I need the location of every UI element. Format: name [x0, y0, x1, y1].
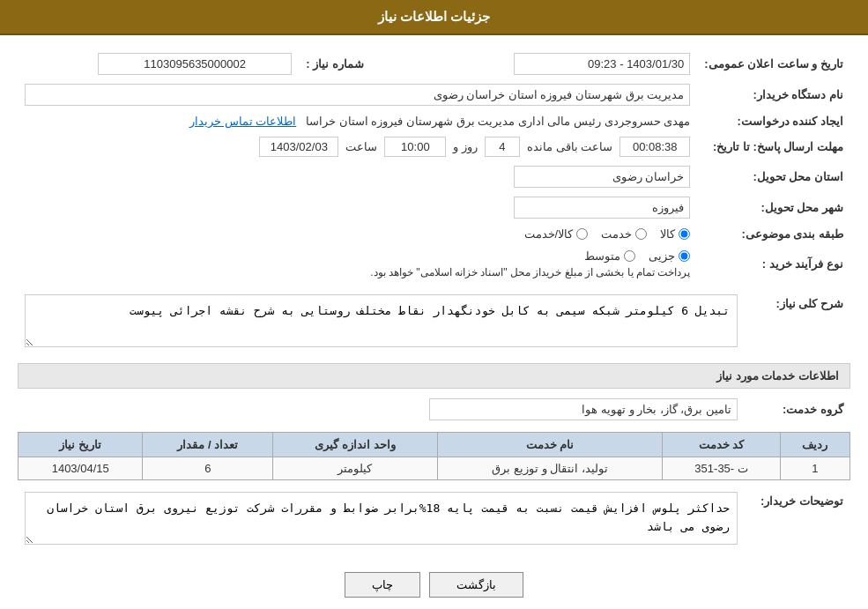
buyer-notes-label: توضیحات خریدار: — [745, 487, 850, 552]
category-kala[interactable]: کالا — [660, 227, 690, 241]
need-number-value: 1103095635000002 — [98, 53, 292, 75]
service-group-label: گروه خدمت: — [745, 394, 850, 425]
process-note: پرداخت تمام یا بخشی از مبلغ خریداز محل "… — [370, 266, 690, 279]
creator-value: مهدی حسروجردی رئیس مالی اداری مدیریت برق… — [306, 115, 690, 128]
category-kala-khidmat[interactable]: کالا/خدمت — [524, 227, 589, 241]
remaining-label: ساعت باقی مانده — [527, 140, 612, 153]
page-header: جزئیات اطلاعات نیاز — [0, 0, 868, 35]
process-option-2: متوسط — [584, 249, 620, 263]
col-header-name: نام خدمت — [437, 433, 663, 457]
print-button[interactable]: چاپ — [345, 572, 420, 598]
category-label: طبقه بندی موضوعی: — [697, 223, 850, 245]
col-header-code: کد خدمت — [663, 433, 780, 457]
category-khidmat[interactable]: خدمت — [601, 227, 647, 241]
buyer-value: مدیریت برق شهرستان فیروزه استان خراسان ر… — [25, 84, 690, 106]
process-option-1: جزیی — [649, 249, 675, 263]
table-row: 1 ت -35-351 تولید، انتقال و توزیع برق کی… — [19, 457, 850, 480]
buyer-label: نام دستگاه خریدار: — [697, 79, 850, 110]
service-group-value: تامین برق، گاز، بخار و تهویه هوا — [429, 398, 738, 420]
col-header-rownum: ردیف — [780, 433, 849, 457]
creator-label: ایجاد کننده درخواست: — [697, 110, 850, 132]
cell-date: 1403/04/15 — [19, 457, 143, 480]
col-header-date: تاریخ نیاز — [19, 433, 143, 457]
col-header-unit: واحد اندازه گیری — [273, 433, 437, 457]
category-option-3: کالا/خدمت — [524, 227, 574, 241]
process-jozyi[interactable]: جزیی — [649, 249, 690, 263]
back-button[interactable]: بازگشت — [429, 572, 523, 598]
services-table: ردیف کد خدمت نام خدمت واحد اندازه گیری ت… — [18, 432, 850, 480]
process-label: نوع فرآیند خرید : — [697, 245, 850, 283]
buyer-notes-value — [25, 492, 738, 545]
category-option-2: خدمت — [601, 227, 632, 241]
send-date-label: مهلت ارسال پاسخ: تا تاریخ: — [697, 132, 850, 161]
creator-link[interactable]: اطلاعات تماس خریدار — [189, 115, 296, 128]
remaining-value: 00:08:38 — [619, 137, 690, 157]
province-value: خراسان رضوی — [514, 166, 690, 188]
time-value: 10:00 — [384, 137, 446, 157]
category-option-1: کالا — [660, 227, 675, 241]
cell-qty: 6 — [143, 457, 273, 480]
time-label: ساعت — [345, 140, 377, 153]
services-section-label: اطلاعات خدمات مورد نیاز — [18, 363, 850, 389]
cell-name: تولید، انتقال و توزیع برق — [437, 457, 663, 480]
day-label: روز و — [453, 140, 478, 153]
date-value: 1403/02/03 — [259, 137, 338, 157]
province-label: استان محل تحویل: — [697, 161, 850, 192]
city-label: شهر محل تحویل: — [697, 192, 850, 223]
cell-code: ت -35-351 — [663, 457, 780, 480]
footer-buttons: بازگشت چاپ — [18, 559, 850, 609]
cell-unit: کیلومتر — [273, 457, 437, 480]
city-value: فیروزه — [514, 197, 690, 219]
announcement-label: تاریخ و ساعت اعلان عمومی: — [697, 48, 850, 79]
col-header-qty: تعداد / مقدار — [143, 433, 273, 457]
page-title: جزئیات اطلاعات نیاز — [378, 9, 490, 24]
process-motavasset[interactable]: متوسط — [584, 249, 635, 263]
cell-rownum: 1 — [780, 457, 849, 480]
description-value — [25, 294, 738, 347]
need-number-label: شماره نیاز : — [299, 48, 404, 79]
announcement-value: 1403/01/30 - 09:23 — [514, 53, 690, 75]
description-label: شرح کلی نیاز: — [745, 290, 850, 354]
day-value: 4 — [485, 137, 520, 157]
